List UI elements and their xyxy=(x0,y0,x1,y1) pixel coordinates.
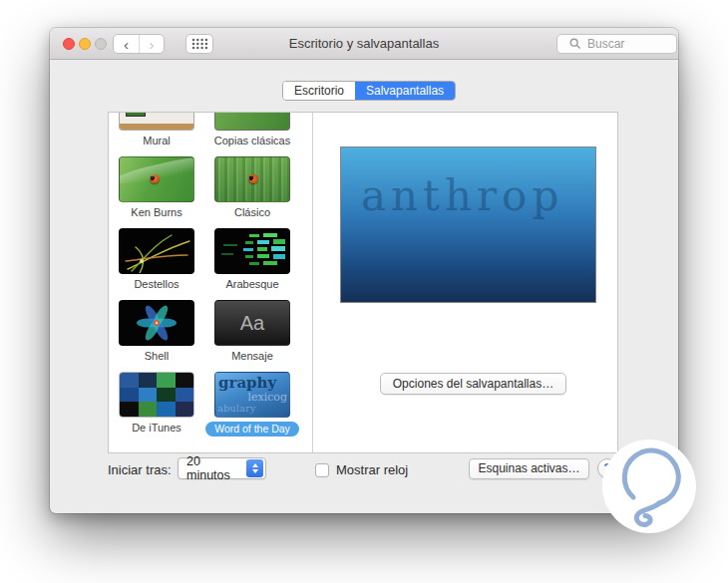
saver-label: Arabesque xyxy=(225,278,278,292)
saver-item-word-of-the-day[interactable]: graphy lexicog abulary Word of the Day xyxy=(214,372,290,437)
screensaver-preview: anthrop xyxy=(340,146,596,303)
saver-label: Ken Burns xyxy=(131,206,182,220)
start-after-label: Iniciar tras: xyxy=(108,462,172,477)
screensaver-grid: Mural Copias clásicas Ken Burns xyxy=(109,113,312,437)
album-cover xyxy=(120,388,139,403)
album-cover xyxy=(157,388,176,403)
content-box: Mural Copias clásicas Ken Burns xyxy=(108,112,618,453)
album-cover xyxy=(139,402,158,417)
saver-thumb-destellos[interactable] xyxy=(119,228,194,274)
album-cover xyxy=(176,373,194,388)
saver-thumb-arabesque[interactable] xyxy=(214,228,290,274)
saver-item-arabesque[interactable]: Arabesque xyxy=(214,228,290,292)
glow-bars-art xyxy=(215,229,289,273)
album-cover xyxy=(139,388,158,403)
ladybug-icon xyxy=(248,174,258,183)
album-cover xyxy=(157,402,176,417)
framed-picture xyxy=(126,113,146,117)
saver-thumb-shell[interactable] xyxy=(119,300,194,346)
screensaver-list: Mural Copias clásicas Ken Burns xyxy=(109,113,313,452)
tab-escritorio[interactable]: Escritorio xyxy=(283,82,355,100)
word-fragment: graphy xyxy=(218,374,276,392)
saver-label: Mural xyxy=(143,135,171,148)
word-fragment: abulary xyxy=(217,403,255,414)
start-after-value: 20 minutos xyxy=(179,454,246,482)
show-clock-label: Mostrar reloj xyxy=(336,462,408,477)
saver-item-clasico[interactable]: Clásico xyxy=(214,156,290,220)
screensaver-options-button[interactable]: Opciones del salvapantallas… xyxy=(380,373,566,395)
saver-thumb-mensaje[interactable]: Aa xyxy=(214,300,290,346)
preview-panel: anthrop Opciones del salvapantallas… xyxy=(314,113,617,452)
tilted-photo xyxy=(214,113,290,131)
album-cover xyxy=(120,402,139,417)
album-cover xyxy=(120,373,139,388)
saver-item-destellos[interactable]: Destellos xyxy=(119,228,194,292)
saver-item-ken-burns[interactable]: Ken Burns xyxy=(119,156,194,220)
saver-label: Mensaje xyxy=(231,350,273,364)
search-icon xyxy=(569,38,581,50)
saver-thumb-itunes[interactable] xyxy=(119,372,194,418)
saver-label: Destellos xyxy=(134,278,179,292)
saver-label: Shell xyxy=(145,350,169,364)
saver-thumb-mural[interactable] xyxy=(119,113,194,131)
preferences-window: ‹ › Escritorio y salvapantallas Escritor… xyxy=(50,28,678,513)
preview-word-text: anthrop xyxy=(361,171,563,220)
album-cover xyxy=(157,373,176,388)
saver-label-selected: Word of the Day xyxy=(205,422,299,437)
saver-label: Clásico xyxy=(234,206,270,220)
chevron-down-icon xyxy=(252,469,258,473)
title-bar: ‹ › Escritorio y salvapantallas xyxy=(50,28,678,60)
album-cover xyxy=(139,373,158,388)
saver-item-shell[interactable]: Shell xyxy=(119,300,194,364)
light-streaks-art xyxy=(120,229,193,273)
speech-bubble-icon xyxy=(602,439,696,533)
saver-item-mural[interactable]: Mural xyxy=(119,113,194,148)
shell-flower-art xyxy=(120,301,193,345)
view-segmented-control: Escritorio Salvapantallas xyxy=(282,81,456,101)
album-cover xyxy=(176,388,194,403)
saver-item-de-itunes[interactable]: De iTunes xyxy=(119,372,194,437)
saver-label: De iTunes xyxy=(132,422,182,436)
saver-item-mensaje[interactable]: Aa Mensaje xyxy=(214,300,290,364)
start-after-select[interactable]: 20 minutos xyxy=(178,457,266,479)
stepper-icon[interactable] xyxy=(246,459,263,477)
saver-thumb-word-of-the-day[interactable]: graphy lexicog abulary xyxy=(214,372,290,418)
wood-floor xyxy=(120,124,193,130)
watermark-logo xyxy=(602,439,696,533)
album-cover xyxy=(176,402,194,417)
saver-item-copias-clasicas[interactable]: Copias clásicas xyxy=(214,113,290,148)
ladybug-icon xyxy=(150,174,160,183)
saver-thumb-copias[interactable] xyxy=(214,113,290,131)
show-clock-checkbox[interactable] xyxy=(315,463,329,477)
hot-corners-button[interactable]: Esquinas activas… xyxy=(469,458,589,479)
chevron-up-icon xyxy=(252,463,258,467)
saver-label: Copias clásicas xyxy=(214,135,290,148)
saver-thumb-ken-burns[interactable] xyxy=(119,156,194,202)
message-sample-text: Aa xyxy=(240,312,264,335)
saver-thumb-clasico[interactable] xyxy=(214,156,290,202)
tab-salvapantallas[interactable]: Salvapantallas xyxy=(355,82,455,100)
